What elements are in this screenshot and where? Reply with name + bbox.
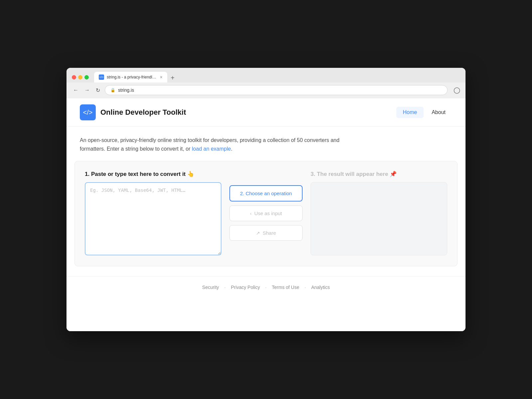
tool-container: 1. Paste or type text here to convert it…: [74, 161, 458, 266]
use-as-input-label: Use as input: [254, 210, 282, 216]
browser-tab[interactable]: </> string.is - a privacy-friendly o ×: [94, 72, 167, 82]
load-example-link[interactable]: load an example: [192, 146, 231, 152]
input-textarea[interactable]: [85, 182, 221, 255]
use-as-input-button[interactable]: ‹ Use as input: [229, 205, 303, 221]
output-area: [311, 182, 447, 255]
hero-section: An open-source, privacy-friendly online …: [66, 127, 366, 161]
footer-privacy-policy[interactable]: Privacy Policy: [231, 285, 260, 290]
new-tab-button[interactable]: +: [168, 73, 177, 82]
address-bar[interactable]: 🔒 string.is: [105, 85, 448, 95]
footer-analytics[interactable]: Analytics: [311, 285, 330, 290]
address-text: string.is: [118, 87, 134, 93]
hero-description-end: .: [231, 146, 232, 152]
reload-button[interactable]: ↻: [94, 86, 101, 95]
browser-actions: ◯: [454, 86, 460, 94]
back-button[interactable]: ←: [72, 86, 80, 94]
site-title: Online Developer Toolkit: [100, 108, 396, 117]
browser-titlebar: </> string.is - a privacy-friendly o × +: [66, 68, 466, 82]
input-label: 1. Paste or type text here to convert it…: [85, 171, 221, 178]
browser-window: </> string.is - a privacy-friendly o × +…: [66, 68, 466, 331]
tab-close-button[interactable]: ×: [160, 75, 163, 79]
nav-about[interactable]: About: [425, 107, 452, 118]
profile-icon[interactable]: ◯: [454, 86, 460, 94]
tool-grid: 1. Paste or type text here to convert it…: [85, 171, 447, 257]
site-header: </> Online Developer Toolkit Home About: [66, 98, 466, 127]
site-footer: Security · Privacy Policy · Terms of Use…: [66, 276, 466, 298]
logo-icon: </>: [83, 109, 93, 116]
hero-text: An open-source, privacy-friendly online …: [80, 136, 352, 153]
footer-dot-2: ·: [265, 285, 267, 290]
forward-button[interactable]: →: [83, 86, 91, 94]
traffic-lights: [72, 75, 89, 79]
footer-dot-1: ·: [224, 285, 226, 290]
chevron-left-icon: ‹: [250, 211, 252, 216]
nav-links: Home About: [396, 107, 453, 118]
minimize-window-button[interactable]: [78, 75, 82, 79]
output-label: 3. The result will appear here 📌: [311, 171, 447, 178]
footer-terms-of-use[interactable]: Terms of Use: [272, 285, 299, 290]
footer-security[interactable]: Security: [202, 285, 219, 290]
choose-operation-label: 2. Choose an operation: [240, 191, 292, 196]
nav-home[interactable]: Home: [396, 107, 424, 118]
tabs-row: </> string.is - a privacy-friendly o × +: [94, 72, 177, 82]
page-content: </> Online Developer Toolkit Home About …: [66, 98, 466, 331]
input-column: 1. Paste or type text here to convert it…: [85, 171, 221, 257]
output-column: 3. The result will appear here 📌: [311, 171, 447, 255]
choose-operation-button[interactable]: 2. Choose an operation: [229, 185, 303, 201]
address-bar-row: ← → ↻ 🔒 string.is ◯: [66, 82, 466, 98]
tab-title: string.is - a privacy-friendly o: [107, 75, 157, 79]
share-label: Share: [263, 230, 276, 236]
share-button[interactable]: ↗ Share: [229, 225, 303, 241]
close-window-button[interactable]: [72, 75, 76, 79]
browser-controls: </> string.is - a privacy-friendly o × +: [72, 72, 460, 82]
tab-favicon: </>: [99, 74, 104, 80]
lock-icon: 🔒: [110, 88, 115, 92]
maximize-window-button[interactable]: [84, 75, 89, 79]
footer-dot-3: ·: [305, 285, 306, 290]
middle-column: 2. Choose an operation ‹ Use as input ↗ …: [229, 171, 303, 241]
share-icon: ↗: [256, 230, 260, 236]
site-logo: </>: [80, 104, 96, 120]
